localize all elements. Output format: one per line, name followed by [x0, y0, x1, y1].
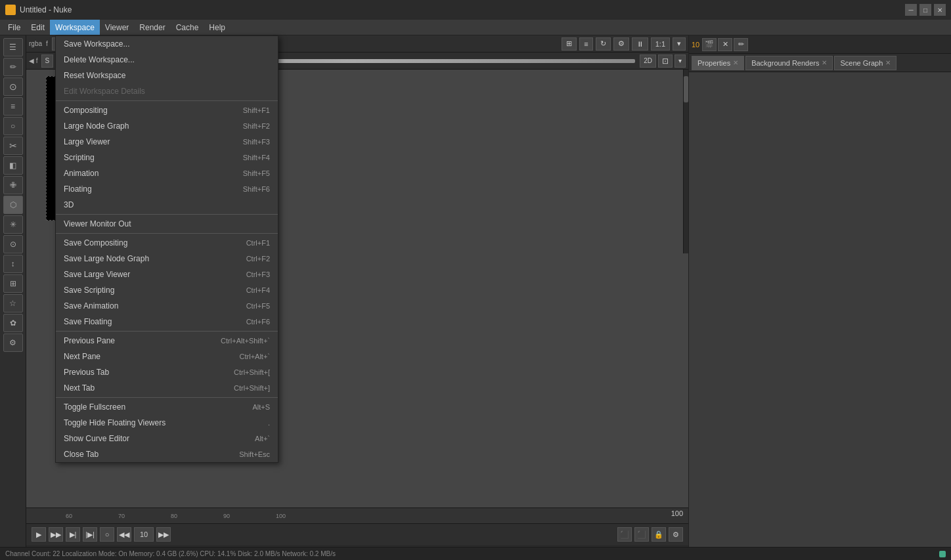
dd-delete-workspace[interactable]: Delete Workspace...	[56, 52, 278, 68]
toolbar-btn-dot[interactable]: ⊙	[3, 235, 23, 253]
workspace-dropdown-menu: Save Workspace... Delete Workspace... Re…	[55, 35, 278, 463]
toolbar-btn-menu[interactable]: ☰	[3, 38, 23, 56]
tab-properties-label: Properties	[697, 59, 730, 67]
frame-count-btn[interactable]: 10	[134, 527, 154, 542]
play-btn[interactable]: ▶	[32, 527, 46, 542]
settings2-btn[interactable]: ⚙	[669, 527, 683, 542]
maximize-button[interactable]: □	[919, 4, 931, 16]
dd-sep1	[56, 100, 278, 101]
dd-save-large-viewer[interactable]: Save Large Viewer Ctrl+F3	[56, 267, 278, 282]
tab-scene-graph-label: Scene Graph	[840, 59, 883, 67]
dd-sep3	[56, 233, 278, 234]
dd-scripting[interactable]: Scripting Shift+F4	[56, 150, 278, 165]
tab-scene-graph[interactable]: Scene Graph ✕	[834, 56, 896, 70]
panel-close-btn[interactable]: ✕	[718, 38, 732, 51]
dd-toggle-hide-floating[interactable]: Toggle Hide Floating Viewers .	[56, 415, 278, 431]
toolbar-btn-circle[interactable]: ○	[3, 117, 23, 135]
panel-pencil-btn[interactable]: ✏	[734, 38, 748, 51]
more-btn[interactable]: ▾	[673, 37, 686, 51]
dd-next-tab[interactable]: Next Tab Ctrl+Shift+]	[56, 380, 278, 396]
record-btn[interactable]: ⬛	[617, 527, 632, 542]
dd-previous-tab[interactable]: Previous Tab Ctrl+Shift+[	[56, 364, 278, 380]
loop-btn[interactable]: ○	[100, 527, 114, 542]
dd-save-workspace[interactable]: Save Workspace...	[56, 36, 278, 52]
tab-properties-close[interactable]: ✕	[733, 59, 738, 66]
dd-animation[interactable]: Animation Shift+F5	[56, 165, 278, 181]
rgba-label: rgba	[29, 40, 42, 47]
tab-bg-renders-close[interactable]: ✕	[822, 59, 827, 66]
menu-render[interactable]: Render	[134, 20, 170, 35]
dd-save-compositing[interactable]: Save Compositing Ctrl+F1	[56, 235, 278, 251]
status-bar: Channel Count: 22 Localization Mode: On …	[0, 547, 951, 560]
mode-btn[interactable]: ⊡	[658, 54, 673, 68]
tab-properties[interactable]: Properties ✕	[692, 56, 744, 70]
dd-3d[interactable]: 3D	[56, 197, 278, 213]
dd-show-curve-editor[interactable]: Show Curve Editor Alt+`	[56, 431, 278, 446]
dd-viewer-monitor[interactable]: Viewer Monitor Out	[56, 216, 278, 232]
dd-large-viewer[interactable]: Large Viewer Shift+F3	[56, 134, 278, 150]
dd-previous-pane[interactable]: Previous Pane Ctrl+Alt+Shift+`	[56, 333, 278, 349]
panel-content	[689, 72, 951, 560]
lock-btn[interactable]: 🔒	[652, 527, 666, 542]
dd-next-pane[interactable]: Next Pane Ctrl+Alt+`	[56, 349, 278, 364]
toolbar-btn-flower[interactable]: ✿	[3, 314, 23, 332]
f-mini-label: ◀ f	[29, 57, 38, 64]
toolbar-btn-plus[interactable]: ✙	[3, 176, 23, 194]
toolbar-btn-layers[interactable]: ◧	[3, 156, 23, 175]
toolbar-btn-time[interactable]: ⊙	[3, 77, 23, 96]
dd-floating[interactable]: Floating Shift+F6	[56, 181, 278, 197]
rev-fast-btn[interactable]: ◀◀	[117, 527, 131, 542]
toolbar-btn-hex[interactable]: ⬡	[3, 196, 23, 214]
dd-close-tab[interactable]: Close Tab Shift+Esc	[56, 446, 278, 462]
toolbar-btn-list[interactable]: ≡	[3, 97, 23, 116]
toolbar-btn-star[interactable]: ✳	[3, 215, 23, 234]
toolbar-btn-draw[interactable]: ✏	[3, 58, 23, 76]
dd-sep2	[56, 214, 278, 215]
end-btn[interactable]: |▶|	[83, 527, 97, 542]
play-alt-btn[interactable]: ▶▶	[49, 527, 63, 542]
dd-reset-workspace[interactable]: Reset Workspace	[56, 68, 278, 83]
dd-sep5	[56, 397, 278, 398]
timeline-ruler: 100 60 70 80 90 100	[26, 508, 688, 524]
window-controls[interactable]: ─ □ ✕	[905, 4, 946, 16]
dd-compositing[interactable]: Compositing Shift+F1	[56, 102, 278, 118]
dd-save-floating[interactable]: Save Floating Ctrl+F6	[56, 314, 278, 330]
rotate-btn[interactable]: ↻	[596, 37, 611, 51]
menu-cache[interactable]: Cache	[171, 20, 204, 35]
toolbar-btn-arrow[interactable]: ↕	[3, 255, 23, 273]
window-title: Untitled - Nuke	[20, 5, 72, 14]
dd-toggle-fullscreen[interactable]: Toggle Fullscreen Alt+S	[56, 399, 278, 415]
panel-film-btn[interactable]: 🎬	[702, 38, 717, 51]
dd-save-animation[interactable]: Save Animation Ctrl+F5	[56, 298, 278, 314]
minimize-button[interactable]: ─	[905, 4, 917, 16]
toolbar-btn-cut[interactable]: ✂	[3, 137, 23, 155]
toolbar-btn-gear[interactable]: ⚙	[3, 334, 23, 352]
ratio-btn[interactable]: 1:1	[651, 37, 670, 51]
dd-save-large-node-graph[interactable]: Save Large Node Graph Ctrl+F2	[56, 251, 278, 267]
2d-btn[interactable]: 2D	[640, 54, 656, 68]
toolbar-btn-grid[interactable]: ⊞	[3, 274, 23, 293]
settings-btn[interactable]: ⚙	[613, 37, 629, 51]
dd-save-scripting[interactable]: Save Scripting Ctrl+F4	[56, 282, 278, 298]
list-view-btn[interactable]: ≡	[579, 37, 592, 51]
tab-bg-renders[interactable]: Background Renders ✕	[745, 56, 833, 70]
menu-help[interactable]: Help	[204, 20, 231, 35]
close-button[interactable]: ✕	[934, 4, 946, 16]
skip-btn[interactable]: ▶|	[66, 527, 80, 542]
toolbar-btn-star2[interactable]: ☆	[3, 294, 23, 312]
menu-viewer[interactable]: Viewer	[100, 20, 134, 35]
right-panel: 10 🎬 ✕ ✏ Properties ✕ Background Renders…	[688, 35, 951, 560]
extra-btn[interactable]: ▾	[675, 54, 686, 68]
grid-view-btn[interactable]: ⊞	[562, 37, 577, 51]
pause-btn[interactable]: ⏸	[632, 37, 648, 51]
stop-btn[interactable]: ⬛	[634, 527, 649, 542]
menu-file[interactable]: File	[3, 20, 26, 35]
title-bar: Untitled - Nuke ─ □ ✕	[0, 0, 951, 20]
dd-large-node-graph[interactable]: Large Node Graph Shift+F2	[56, 118, 278, 134]
tab-scene-graph-close[interactable]: ✕	[885, 59, 891, 66]
left-toolbar: ☰ ✏ ⊙ ≡ ○ ✂ ◧ ✙ ⬡ ✳ ⊙ ↕ ⊞ ☆ ✿ ⚙	[0, 35, 26, 560]
fwd-btn[interactable]: ▶▶	[156, 527, 171, 542]
menu-edit[interactable]: Edit	[26, 20, 50, 35]
menu-workspace[interactable]: Workspace	[50, 20, 100, 35]
s-btn[interactable]: S	[41, 54, 54, 68]
